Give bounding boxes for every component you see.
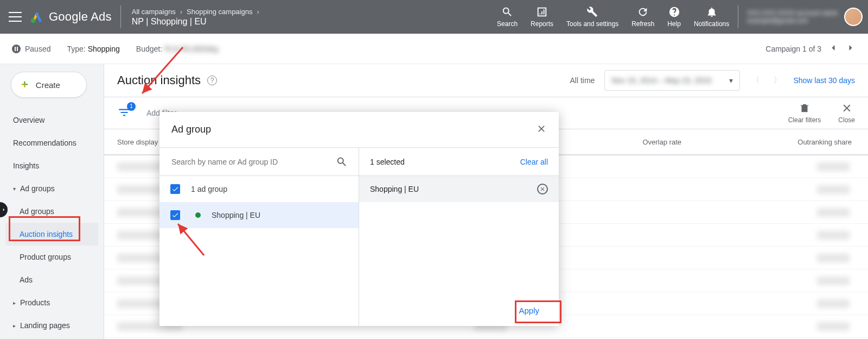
sidebar-item-auction-insights[interactable]: Auction insights [5, 223, 98, 246]
logo-text: Google Ads [49, 10, 112, 24]
chevron-right-icon: ▸ [13, 323, 16, 329]
breadcrumb: All campaigns › Shopping campaigns › NP … [130, 8, 259, 27]
col-outranking-share[interactable]: Outranking share [694, 138, 868, 146]
app-header: Google Ads All campaigns › Shopping camp… [0, 0, 868, 34]
close-icon [539, 186, 546, 192]
sidebar-item-ads[interactable]: Ads [5, 268, 98, 291]
date-next-button[interactable]: 〉 [771, 73, 783, 87]
page-title: Auction insights [117, 73, 201, 87]
date-prev-button[interactable]: 〈 [750, 73, 762, 87]
select-all-label: 1 ad group [191, 185, 227, 193]
refresh-button[interactable]: Refresh [631, 6, 654, 28]
menu-icon[interactable] [9, 12, 22, 22]
checkbox-checked-icon[interactable] [170, 184, 180, 194]
page-header: Auction insights ? All time Nov 15, 2014… [104, 64, 868, 97]
clear-all-button[interactable]: Clear all [520, 158, 548, 166]
notifications-button[interactable]: Notifications [694, 6, 729, 28]
bell-icon [706, 6, 718, 18]
help-icon[interactable]: ? [207, 76, 217, 85]
plus-icon: + [21, 78, 28, 92]
filter-button[interactable]: 1 [117, 105, 131, 121]
chevron-down-icon: ▾ [13, 186, 16, 192]
trash-icon [799, 102, 810, 114]
search-button[interactable]: Search [497, 6, 518, 28]
selected-count: 1 selected [370, 158, 405, 166]
show-last-30-days-link[interactable]: Show last 30 days [793, 76, 855, 85]
create-button[interactable]: + Create [11, 72, 87, 98]
refresh-icon [637, 6, 649, 18]
checkbox-checked-icon[interactable] [170, 210, 180, 220]
campaign-pager: Campaign 1 of 3 [765, 42, 856, 55]
bar-chart-icon [536, 6, 548, 18]
separator [120, 5, 121, 28]
search-row [159, 148, 359, 176]
apply-button[interactable]: Apply [508, 300, 550, 321]
wrench-icon [586, 6, 598, 18]
select-all-row[interactable]: 1 ad group [159, 176, 359, 202]
sidebar-item-landing-pages[interactable]: ▸Landing pages [5, 314, 98, 337]
sidebar-item-insights[interactable]: Insights [5, 154, 98, 177]
chevron-right-icon: ▸ [13, 300, 16, 306]
adgroup-picker: 1 ad group Shopping | EU [159, 148, 359, 326]
selected-panel: 1 selected Clear all Shopping | EU [359, 148, 559, 326]
google-ads-logo-icon [30, 10, 43, 23]
tools-button[interactable]: Tools and settings [566, 6, 618, 28]
campaign-status-bar: Paused Type: Shopping Budget: PLN 50,000… [0, 34, 868, 64]
adgroup-search-input[interactable] [170, 157, 330, 167]
logo[interactable]: Google Ads [30, 10, 112, 24]
chevron-right-icon: › [257, 8, 259, 16]
all-time-label: All time [570, 76, 595, 85]
close-icon [536, 123, 547, 134]
help-icon [668, 6, 680, 18]
svg-point-0 [31, 18, 35, 23]
campaign-budget: Budget: PLN 50,000/day [136, 45, 219, 53]
breadcrumb-item[interactable]: All campaigns [132, 8, 176, 16]
remove-selected-button[interactable] [537, 184, 548, 194]
prev-campaign-button[interactable] [828, 42, 839, 55]
adgroup-option-row[interactable]: Shopping | EU [159, 202, 359, 228]
pager-text: Campaign 1 of 3 [765, 45, 821, 53]
sidebar-item-recommendations[interactable]: Recommendations [5, 131, 98, 154]
account-email: example@gmail.com [747, 17, 838, 24]
status-chip[interactable]: Paused [12, 45, 50, 53]
clear-filters-button[interactable]: Clear filters [788, 102, 821, 124]
pause-icon [12, 45, 21, 53]
close-filters-button[interactable]: Close [838, 102, 855, 124]
avatar[interactable] [844, 8, 863, 26]
reports-button[interactable]: Reports [531, 6, 553, 28]
chevron-down-icon: ▾ [729, 76, 733, 85]
account-info[interactable]: XXX-XXX-XXXX account name example@gmail.… [747, 8, 863, 26]
selected-item-row: Shopping | EU [359, 176, 559, 202]
search-icon [501, 6, 513, 18]
close-icon [841, 102, 853, 114]
sidebar-item-products[interactable]: ▸Products [5, 291, 98, 314]
selected-item-label: Shopping | EU [370, 185, 419, 193]
separator [738, 5, 738, 28]
sidebar-item-overview[interactable]: Overview [5, 109, 98, 131]
search-icon[interactable] [336, 156, 348, 168]
next-campaign-button[interactable] [845, 42, 856, 55]
breadcrumb-item[interactable]: Shopping campaigns [187, 8, 252, 16]
sidebar-item-product-groups[interactable]: Product groups [5, 246, 98, 268]
sidebar-item-adgroups-parent[interactable]: ▾Ad groups [5, 177, 98, 200]
date-range-picker[interactable]: Nov 15, 2014 – May 23, 2023 ▾ [604, 70, 740, 91]
ad-group-filter-popup: Ad group 1 ad group Shopping | EU 1 sele… [159, 112, 559, 326]
popup-title: Ad group [171, 124, 211, 135]
help-button[interactable]: Help [667, 6, 681, 28]
header-tools: Search Reports Tools and settings Refres… [497, 6, 729, 28]
sidebar: + Create Overview Recommendations Insigh… [0, 64, 104, 339]
chevron-right-icon: › [180, 8, 182, 16]
status-enabled-icon [195, 212, 201, 218]
breadcrumb-current: NP | Shopping | EU [132, 17, 207, 27]
status-text: Paused [25, 45, 50, 53]
adgroup-option-label: Shopping | EU [212, 211, 260, 219]
date-range-text: Nov 15, 2014 – May 23, 2023 [611, 76, 725, 85]
filter-count-badge: 1 [127, 102, 136, 111]
campaign-type: Type: Shopping [67, 45, 119, 53]
close-popup-button[interactable] [536, 123, 547, 136]
sidebar-item-adgroups[interactable]: Ad groups [5, 200, 98, 223]
account-id: XXX-XXX-XXXX account name [747, 9, 838, 17]
